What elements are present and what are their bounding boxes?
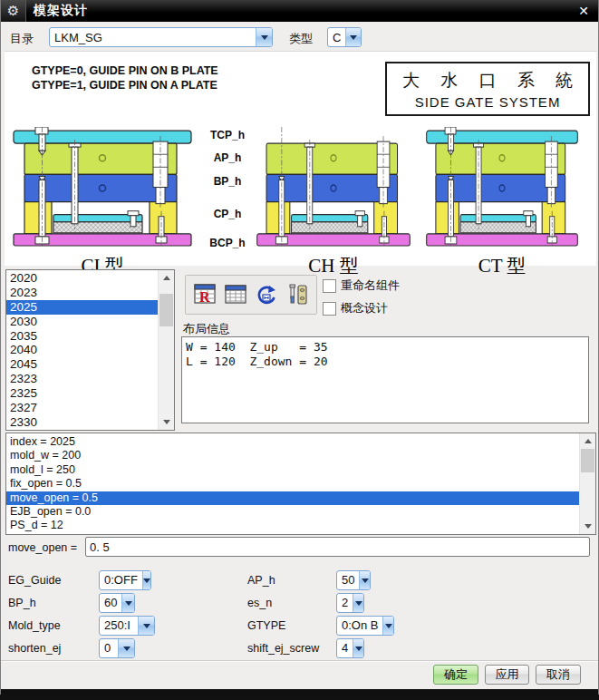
list-item[interactable]: 2325: [6, 386, 159, 401]
form-field-label: AP_h: [247, 574, 336, 587]
list-item[interactable]: PS_d = 12: [6, 519, 580, 532]
form-dropdown-value: 50: [337, 573, 359, 587]
title-bar: ⚙ 模架设计 ✕: [1, 0, 598, 22]
checkbox-icon[interactable]: [323, 279, 336, 293]
parameter-scrollbar[interactable]: [579, 433, 595, 534]
list-item[interactable]: 2030: [6, 315, 159, 329]
chevron-down-icon[interactable]: [345, 28, 361, 46]
catalog-label: 目录: [10, 31, 34, 47]
form-field-label: BP_h: [8, 597, 99, 609]
scrollbar-thumb[interactable]: [581, 449, 594, 472]
list-item[interactable]: mold_w = 200: [6, 449, 580, 462]
parameter-value-input[interactable]: [85, 537, 590, 557]
side-gate-system-box: 大 水 口 系 統 SIDE GATE SYSTEM: [385, 62, 590, 116]
list-item[interactable]: 2327: [6, 401, 159, 415]
list-item[interactable]: move_open = 0.5: [6, 491, 580, 505]
chevron-down-icon[interactable]: [382, 617, 393, 635]
apply-button[interactable]: 应用: [485, 665, 529, 685]
chevron-down-icon[interactable]: [359, 571, 370, 589]
options-panel: R: [179, 269, 595, 429]
close-icon[interactable]: ✕: [573, 0, 594, 22]
mold-diagram-ch: CH 型: [256, 127, 411, 278]
plate-label: AP_h: [203, 151, 252, 164]
list-item[interactable]: 2035: [6, 329, 159, 344]
type-label: 类型: [289, 31, 313, 47]
list-item[interactable]: 2025: [6, 300, 159, 315]
list-item[interactable]: index = 2025: [6, 435, 580, 449]
form-dropdown-value: 0:On B: [337, 618, 382, 632]
preview-image-panel: GTYPE=0, GUIDE PIN ON B PLATE GTYPE=1, G…: [5, 51, 596, 266]
type-dropdown[interactable]: C: [327, 27, 362, 47]
form-dropdown[interactable]: 0: [99, 638, 135, 658]
scroll-down-icon[interactable]: [580, 520, 595, 534]
chevron-down-icon[interactable]: [121, 594, 134, 612]
rename-components-checkbox[interactable]: 重命名组件: [323, 277, 400, 294]
form-dropdown-value: 0: [100, 641, 118, 655]
edit-field-label: move_open =: [8, 541, 77, 554]
mold-crosssection-image: [256, 127, 411, 251]
form-dropdown[interactable]: 4: [336, 638, 364, 658]
form-dropdown[interactable]: 0:OFF: [99, 570, 151, 590]
scrollbar-thumb[interactable]: [159, 294, 173, 326]
plate-height-labels: TCP_hAP_hBP_hCP_hBCP_h: [203, 128, 252, 264]
mold-crosssection-image: [12, 127, 193, 251]
form-dropdown-value: 0:OFF: [100, 573, 142, 587]
form-dropdown-value: 4: [337, 641, 353, 655]
catalog-size-listbox[interactable]: 2020202320252030203520402045232323252327…: [5, 269, 175, 431]
form-dropdown-value: 60: [100, 596, 121, 609]
form-field-label: shorten_ej: [8, 642, 99, 655]
gtype-note: GTYPE=0, GUIDE PIN ON B PLATE GTYPE=1, G…: [32, 63, 218, 92]
gear-icon: ⚙: [1, 0, 26, 22]
plate-label: CP_h: [203, 208, 252, 220]
mold-crosssection-image: [425, 127, 579, 251]
scroll-down-icon[interactable]: [159, 415, 174, 430]
list-item[interactable]: fix_open = 0.5: [6, 477, 580, 491]
report-table-icon[interactable]: R: [191, 280, 218, 309]
spreadsheet-icon[interactable]: [222, 280, 249, 309]
chevron-down-icon[interactable]: [353, 639, 363, 657]
mold-diagram-ci: CI 型: [12, 127, 193, 278]
concept-design-label: 概念设计: [341, 300, 388, 316]
catalog-dropdown[interactable]: LKM_SG: [49, 27, 273, 47]
chevron-down-icon[interactable]: [256, 28, 272, 46]
scroll-up-icon[interactable]: [159, 270, 174, 285]
catalog-dropdown-value: LKM_SG: [50, 31, 256, 44]
plate-label: BP_h: [203, 175, 252, 188]
form-dropdown[interactable]: 50: [336, 570, 371, 590]
chevron-down-icon[interactable]: [142, 571, 150, 589]
parameter-listbox[interactable]: index = 2025mold_w = 200mold_l = 250fix_…: [5, 433, 596, 535]
list-item[interactable]: 2335: [6, 430, 159, 431]
form-dropdown[interactable]: 250:I: [99, 616, 155, 636]
toolbar: R: [185, 275, 317, 315]
system-title-en: SIDE GATE SYSTEM: [415, 94, 561, 110]
form-dropdown[interactable]: 60: [99, 593, 135, 613]
list-item[interactable]: 2045: [6, 357, 159, 372]
list-item[interactable]: mold_l = 250: [6, 463, 580, 477]
chevron-down-icon[interactable]: [353, 594, 363, 612]
system-title-cn: 大 水 口 系 統: [402, 69, 581, 92]
list-item[interactable]: 2020: [6, 271, 159, 286]
ok-button[interactable]: 确定: [433, 665, 478, 685]
list-item[interactable]: 2023: [6, 286, 159, 300]
mold-diagram-ct: CT 型: [425, 127, 579, 278]
layout-info-textarea: W = 140 Z_up = 35 L = 120 Z_down = 20: [181, 336, 589, 423]
standard-part-icon[interactable]: [284, 280, 311, 309]
plate-label: BCP_h: [203, 237, 252, 249]
svg-text:R: R: [199, 289, 210, 305]
scroll-up-icon[interactable]: [580, 433, 595, 448]
list-item[interactable]: EJB_open = 0.0: [6, 505, 580, 519]
checkbox-icon[interactable]: [323, 302, 336, 316]
list-item[interactable]: 2323: [6, 372, 159, 386]
form-dropdown[interactable]: 2: [336, 593, 364, 613]
rotate-update-icon[interactable]: [253, 280, 280, 309]
chevron-down-icon[interactable]: [138, 617, 154, 635]
cancel-button[interactable]: 取消: [536, 665, 581, 685]
parameter-form: EG_Guide0:OFFAP_h50BP_h60es_n2Mold_type2…: [1, 569, 599, 659]
concept-design-checkbox[interactable]: 概念设计: [323, 300, 388, 316]
form-dropdown[interactable]: 0:On B: [336, 616, 394, 636]
form-field-label: GTYPE: [247, 619, 336, 632]
catalog-scrollbar[interactable]: [158, 270, 174, 430]
list-item[interactable]: 2330: [6, 415, 159, 430]
list-item[interactable]: 2040: [6, 343, 159, 357]
chevron-down-icon[interactable]: [118, 639, 134, 657]
